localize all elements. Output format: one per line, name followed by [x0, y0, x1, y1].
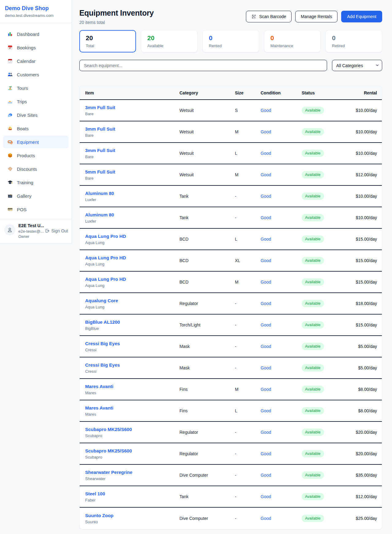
size-cell: -	[235, 322, 261, 327]
condition-link[interactable]: Good	[261, 408, 271, 413]
stat-card-available[interactable]: 20Available	[141, 30, 198, 52]
page-header: Equipment Inventory 20 items total Scan …	[79, 9, 382, 25]
svg-text:17: 17	[9, 47, 11, 49]
status-cell: Available	[302, 171, 345, 178]
stat-card-retired[interactable]: 0Retired	[326, 30, 382, 52]
scan-barcode-button[interactable]: Scan Barcode	[246, 11, 292, 22]
equipment-table: ItemCategorySizeConditionStatusRental 3m…	[79, 86, 382, 529]
size-cell: -	[235, 430, 261, 435]
item-link[interactable]: Suunto Zoop	[85, 513, 113, 518]
condition-link[interactable]: Good	[261, 280, 271, 284]
condition-link[interactable]: Good	[261, 473, 271, 478]
shop-name[interactable]: Demo Dive Shop	[5, 5, 67, 12]
item-link[interactable]: Cressi Big Eyes	[85, 341, 120, 346]
sidebar-item-boats[interactable]: Boats	[3, 122, 69, 135]
add-equipment-button[interactable]: Add Equipment	[341, 11, 382, 22]
shop-header: Demo Dive Shop demo.test.divestreams.com	[0, 0, 72, 23]
category-cell: Wetsuit	[179, 108, 235, 113]
item-link[interactable]: Steel 100	[85, 491, 105, 496]
item-cell: Mares Avanti Mares	[80, 384, 179, 395]
items-count: 20 items total	[79, 20, 154, 25]
sidebar-item-customers[interactable]: Customers	[3, 68, 69, 81]
sidebar-item-tours[interactable]: Tours	[3, 82, 69, 94]
item-link[interactable]: Aqua Lung Pro HD	[85, 277, 126, 282]
item-link[interactable]: Mares Avanti	[85, 405, 113, 410]
item-link[interactable]: Aqualung Core	[85, 298, 118, 303]
condition-link[interactable]: Good	[261, 451, 271, 456]
sign-out-label: Sign Out	[51, 228, 68, 233]
item-link[interactable]: 3mm Full Suit	[85, 126, 115, 132]
sidebar-item-label: Dive Sites	[17, 113, 38, 118]
item-link[interactable]: Aluminum 80	[85, 191, 114, 196]
stat-card-maintenance[interactable]: 0Maintenance	[264, 30, 321, 52]
item-brand: Bare	[85, 154, 179, 159]
condition-cell: Good	[261, 365, 302, 370]
condition-link[interactable]: Good	[261, 301, 271, 306]
condition-link[interactable]: Good	[261, 237, 271, 242]
condition-link[interactable]: Good	[261, 258, 271, 263]
status-cell: Available	[302, 278, 345, 286]
sidebar-item-label: Boats	[17, 126, 28, 131]
sidebar-item-dive-sites[interactable]: Dive Sites	[3, 109, 69, 121]
rental-cell: $15.00/day	[345, 258, 382, 263]
sidebar-item-trips[interactable]: Trips	[3, 95, 69, 108]
condition-link[interactable]: Good	[261, 322, 271, 327]
sidebar-item-dashboard[interactable]: Dashboard	[3, 28, 69, 40]
sidebar-item-bookings[interactable]: 17Bookings	[3, 41, 69, 54]
item-link[interactable]: Scubapro MK25/S600	[85, 448, 132, 453]
sidebar-item-label: Calendar	[17, 59, 36, 64]
condition-link[interactable]: Good	[261, 516, 271, 521]
stat-card-rented[interactable]: 0Rented	[202, 30, 259, 52]
stat-card-total[interactable]: 20Total	[79, 30, 136, 52]
condition-link[interactable]: Good	[261, 108, 271, 113]
rental-cell: $18.00/day	[345, 301, 382, 306]
status-badge: Available	[302, 450, 324, 457]
rental-cell: $5.00/day	[345, 365, 382, 370]
sidebar-item-equipment[interactable]: Equipment	[3, 136, 69, 148]
condition-link[interactable]: Good	[261, 365, 271, 370]
item-link[interactable]: Aqua Lung Pro HD	[85, 255, 126, 260]
add-equipment-label: Add Equipment	[347, 14, 376, 19]
item-link[interactable]: BigBlue AL1200	[85, 319, 120, 325]
item-link[interactable]: Aluminum 80	[85, 212, 114, 217]
manage-rentals-button[interactable]: Manage Rentals	[295, 11, 337, 22]
item-cell: Suunto Zoop Suunto	[80, 513, 179, 524]
item-link[interactable]: 5mm Full Suit	[85, 169, 115, 174]
logout-icon	[45, 228, 50, 233]
size-cell: M	[235, 172, 261, 177]
sidebar-item-calendar[interactable]: Calendar	[3, 55, 69, 67]
sidebar-item-products[interactable]: Products	[3, 149, 69, 162]
rental-cell: $20.00/day	[345, 430, 382, 435]
item-link[interactable]: Mares Avanti	[85, 384, 113, 389]
table-row: 3mm Full Suit Bare Wetsuit M Good Availa…	[80, 121, 382, 143]
condition-link[interactable]: Good	[261, 151, 271, 156]
category-select[interactable]: All Categories	[332, 60, 382, 71]
search-input[interactable]	[79, 60, 327, 71]
condition-link[interactable]: Good	[261, 344, 271, 349]
condition-link[interactable]: Good	[261, 194, 271, 199]
item-link[interactable]: Aqua Lung Pro HD	[85, 234, 126, 239]
category-cell: BCD	[179, 280, 235, 284]
rental-cell: $25.00/day	[345, 516, 382, 521]
sign-out-button[interactable]: Sign Out	[45, 228, 68, 233]
sidebar-item-training[interactable]: Training	[3, 176, 69, 189]
condition-link[interactable]: Good	[261, 172, 271, 177]
sidebar-item-pos[interactable]: POS	[3, 203, 69, 216]
status-cell: Available	[302, 107, 345, 114]
sidebar-item-discounts[interactable]: Discounts	[3, 163, 69, 175]
category-cell: Wetsuit	[179, 151, 235, 156]
condition-link[interactable]: Good	[261, 430, 271, 435]
condition-link[interactable]: Good	[261, 129, 271, 134]
condition-link[interactable]: Good	[261, 215, 271, 220]
condition-link[interactable]: Good	[261, 494, 271, 499]
stat-label: Maintenance	[270, 44, 314, 48]
item-link[interactable]: Shearwater Peregrine	[85, 470, 132, 475]
sidebar-item-gallery[interactable]: Gallery	[3, 190, 69, 202]
condition-link[interactable]: Good	[261, 387, 271, 392]
item-link[interactable]: Cressi Big Eyes	[85, 362, 120, 368]
table-row: Aqua Lung Pro HD Aqua Lung BCD L Good Av…	[80, 229, 382, 250]
sidebar-item-label: Discounts	[17, 166, 37, 172]
item-link[interactable]: 3mm Full Suit	[85, 148, 115, 153]
item-link[interactable]: 3mm Full Suit	[85, 105, 115, 110]
item-link[interactable]: Scubapro MK25/S600	[85, 427, 132, 432]
